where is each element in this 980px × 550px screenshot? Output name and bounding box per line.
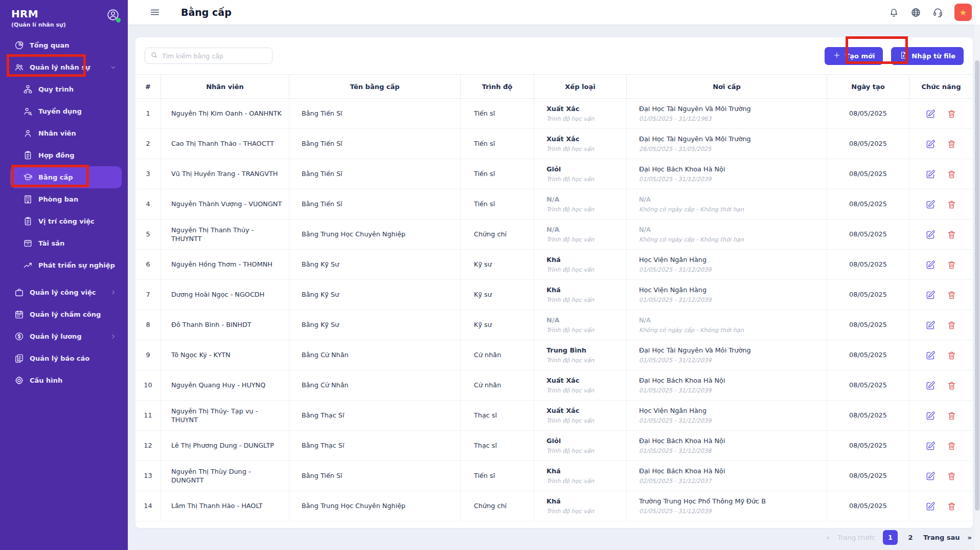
user-avatar-icon[interactable] xyxy=(106,8,120,21)
edit-icon[interactable] xyxy=(926,320,936,330)
cell-index: 10 xyxy=(135,370,161,400)
trash-icon[interactable] xyxy=(947,169,956,179)
trash-icon[interactable] xyxy=(947,139,956,149)
cell-employee: Tô Ngọc Ký - KYTN xyxy=(161,340,289,370)
box-icon xyxy=(23,238,33,248)
sidebar-item-bang-cap[interactable]: Bằng cấp xyxy=(10,166,122,188)
edit-icon[interactable] xyxy=(926,471,936,481)
edit-icon[interactable] xyxy=(926,441,936,451)
search-input[interactable] xyxy=(162,52,267,60)
page-number-1[interactable]: 1 xyxy=(883,530,898,545)
hamburger-menu-icon[interactable] xyxy=(149,7,161,18)
cell-issuer: Đại Học Tài Nguyên Và Môi Trường01/05/20… xyxy=(626,340,827,370)
edit-icon[interactable] xyxy=(926,169,936,179)
flag-icon[interactable]: ★ xyxy=(954,4,972,21)
next-page-arrow[interactable]: » xyxy=(968,534,972,541)
column-header: Chức năng xyxy=(909,75,973,98)
trash-icon[interactable] xyxy=(947,109,956,119)
cell-issuer: N/AKhông có ngày cấp - Không thời hạn xyxy=(626,219,827,249)
column-header: Xếp loại xyxy=(534,75,626,98)
edit-icon[interactable] xyxy=(926,381,936,390)
create-button[interactable]: Tạo mới xyxy=(825,47,883,65)
cell-degree-name: Bằng Tiến Sĩ xyxy=(289,461,460,491)
table-row: 11Nguyễn Thị Thúy- Tạp vụ - THUYNTBằng T… xyxy=(135,401,973,431)
cell-employee: Nguyễn Thị Thanh Thủy - THUYNTT xyxy=(161,219,289,249)
trash-icon[interactable] xyxy=(947,320,956,330)
trash-icon[interactable] xyxy=(947,411,956,421)
page-number-2[interactable]: 2 xyxy=(905,534,916,541)
sidebar-item-quan-ly-nhan-su[interactable]: Quản lý nhân sự xyxy=(10,56,122,78)
cell-rating: KháTrình độ học vấn xyxy=(534,280,626,310)
cell-employee: Lê Thị Phương Dung - DUNGLTP xyxy=(161,431,289,460)
trash-icon[interactable] xyxy=(947,441,956,451)
next-page-button[interactable]: Trang sau xyxy=(923,534,960,541)
cell-rating: GiỏiTrình độ học vấn xyxy=(534,159,626,189)
cell-actions xyxy=(909,280,973,310)
trash-icon[interactable] xyxy=(947,230,956,239)
edit-icon[interactable] xyxy=(926,350,936,360)
edit-icon[interactable] xyxy=(926,290,936,300)
trash-icon[interactable] xyxy=(947,260,956,270)
cell-actions xyxy=(909,401,973,430)
cell-level: Kỹ sư xyxy=(460,310,534,340)
trash-icon[interactable] xyxy=(947,350,956,360)
sidebar-item-tong-quan[interactable]: Tổng quan xyxy=(10,34,122,56)
graduation-cap-icon xyxy=(23,172,33,182)
sidebar-item-quan-ly-cong-viec[interactable]: Quản lý công việc xyxy=(10,281,122,303)
edit-icon[interactable] xyxy=(926,109,936,119)
cell-actions xyxy=(909,310,973,340)
prev-page-arrow[interactable]: « xyxy=(826,534,830,541)
search-box xyxy=(145,48,272,64)
cell-level: Thạc sĩ xyxy=(460,431,534,460)
table-row: 7Dương Hoài Ngọc - NGOCDHBằng Kỹ SưKỹ sư… xyxy=(135,280,973,310)
sidebar-item-phong-ban[interactable]: Phòng ban xyxy=(10,188,122,210)
sidebar-item-hop-dong[interactable]: Hợp đồng xyxy=(10,144,122,166)
users-icon xyxy=(14,62,24,72)
table-header-row: #Nhân viênTên bằng cấpTrình độXếp loạiNơ… xyxy=(135,74,973,99)
prev-page-button[interactable]: Trang trước xyxy=(837,534,875,541)
scrollbar-thumb[interactable] xyxy=(975,60,979,511)
sidebar-item-tuyen-dung[interactable]: Tuyển dụng xyxy=(10,100,122,122)
globe-icon[interactable] xyxy=(910,7,921,18)
trash-icon[interactable] xyxy=(947,290,956,300)
sidebar-item-vi-tri-cong-viec[interactable]: Vị trí công việc xyxy=(10,210,122,232)
sidebar-item-phat-trien-su-nghiep[interactable]: Phát triển sự nghiệp xyxy=(10,254,122,276)
cell-created-date: 08/05/2025 xyxy=(827,461,909,491)
cell-index: 3 xyxy=(135,159,161,189)
cell-rating: Trung BìnhTrình độ học vấn xyxy=(534,340,626,370)
support-icon[interactable] xyxy=(932,7,943,18)
cell-created-date: 08/05/2025 xyxy=(827,189,909,219)
trash-icon[interactable] xyxy=(947,200,956,209)
edit-icon[interactable] xyxy=(926,230,936,239)
sidebar-item-cau-hinh[interactable]: Cấu hình xyxy=(10,369,122,391)
edit-icon[interactable] xyxy=(926,411,936,421)
edit-icon[interactable] xyxy=(926,260,936,270)
trash-icon[interactable] xyxy=(947,381,956,390)
cell-actions xyxy=(909,370,973,400)
trash-icon[interactable] xyxy=(947,501,956,511)
sidebar-item-nhan-vien[interactable]: Nhân viên xyxy=(10,122,122,144)
bell-icon[interactable] xyxy=(888,7,899,18)
cell-degree-name: Bằng Thạc Sĩ xyxy=(289,431,460,460)
edit-icon[interactable] xyxy=(926,200,936,209)
cell-level: Chứng chỉ xyxy=(460,491,534,521)
sidebar-item-label: Tuyển dụng xyxy=(38,107,82,115)
building-icon xyxy=(23,194,33,204)
sidebar-item-quan-ly-luong[interactable]: Quản lý lương xyxy=(10,325,122,347)
cell-issuer: N/AKhông có ngày cấp - Không thời hạn xyxy=(626,189,827,219)
sidebar-item-quan-ly-bao-cao[interactable]: Quản lý báo cáo xyxy=(10,347,122,369)
scrollbar-track[interactable] xyxy=(974,25,980,550)
import-from-file-button[interactable]: Nhập từ file xyxy=(891,47,964,65)
trash-icon[interactable] xyxy=(947,471,956,481)
online-status-dot xyxy=(116,18,121,23)
edit-icon[interactable] xyxy=(926,501,936,511)
cell-degree-name: Bằng Cử Nhân xyxy=(289,370,460,400)
pie-chart-icon xyxy=(14,40,24,50)
cell-degree-name: Bằng Trung Học Chuyên Nghiệp xyxy=(289,491,460,521)
table-row: 1Nguyễn Thị Kim Oanh - OANHNTKBằng Tiến … xyxy=(135,99,973,129)
clipboard-icon xyxy=(23,150,33,160)
sidebar-item-tai-san[interactable]: Tài sản xyxy=(10,232,122,254)
sidebar-item-quy-trinh[interactable]: Quy trình xyxy=(10,78,122,100)
edit-icon[interactable] xyxy=(926,139,936,149)
sidebar-item-quan-ly-cham-cong[interactable]: Quản lý chấm công xyxy=(10,303,122,325)
